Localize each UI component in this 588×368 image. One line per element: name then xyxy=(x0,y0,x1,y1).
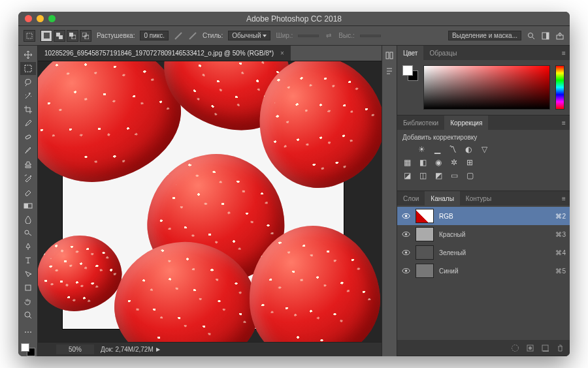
color-swatches[interactable] xyxy=(21,343,35,356)
gradient-map-icon[interactable]: ▭ xyxy=(449,171,459,180)
eyedropper-tool[interactable] xyxy=(20,117,36,130)
selective-color-icon[interactable]: ▢ xyxy=(465,171,474,180)
close-document-icon[interactable]: × xyxy=(280,50,284,57)
feather-input[interactable]: 0 пикс. xyxy=(140,31,169,40)
lasso-tool[interactable] xyxy=(20,76,36,89)
tab-libraries[interactable]: Библиотеки xyxy=(397,115,444,130)
posterize-icon[interactable]: ◫ xyxy=(418,171,427,180)
svg-point-31 xyxy=(529,346,532,350)
canvas-viewport[interactable] xyxy=(38,61,382,342)
vibrance-icon[interactable]: ▽ xyxy=(480,145,489,154)
hue-strip[interactable] xyxy=(555,65,564,110)
subtract-selection-icon[interactable] xyxy=(67,30,78,42)
canvas[interactable] xyxy=(63,76,344,329)
brightness-icon[interactable]: ☀ xyxy=(417,145,426,154)
edit-toolbar-icon[interactable]: ⋯ xyxy=(20,326,36,339)
style-label: Стиль: xyxy=(203,32,223,39)
panel-menu-icon[interactable]: ≡ xyxy=(558,46,570,60)
color-picker[interactable] xyxy=(423,65,550,110)
collapsed-panel-icon[interactable] xyxy=(384,50,395,61)
workspace-icon[interactable] xyxy=(541,31,550,40)
hue-icon[interactable]: ▦ xyxy=(402,158,412,167)
pen-tool[interactable] xyxy=(20,240,36,253)
channel-row[interactable]: RGB⌘2 xyxy=(397,207,570,225)
options-bar: Растушевка: 0 пикс. Стиль: Обычный Шир.:… xyxy=(18,26,570,46)
stamp-tool[interactable] xyxy=(20,158,36,171)
svg-point-28 xyxy=(404,269,407,272)
style-select[interactable]: Обычный xyxy=(228,31,270,40)
channel-shortcut: ⌘4 xyxy=(555,249,566,256)
color-lookup-icon[interactable]: ⊞ xyxy=(465,158,474,167)
visibility-icon[interactable] xyxy=(401,230,410,239)
collapsed-panel-icon[interactable] xyxy=(384,65,395,77)
height-input xyxy=(360,35,381,37)
channel-row[interactable]: Зеленый⌘4 xyxy=(397,243,570,262)
save-selection-icon[interactable] xyxy=(526,344,534,352)
curves-icon[interactable]: 〽 xyxy=(448,145,457,154)
antialias-icon[interactable] xyxy=(174,31,183,40)
panel-menu-icon[interactable]: ≡ xyxy=(558,191,570,206)
blur-tool[interactable] xyxy=(20,213,36,226)
load-selection-icon[interactable] xyxy=(511,344,519,352)
gradient-tool[interactable] xyxy=(20,199,36,212)
visibility-icon[interactable] xyxy=(401,248,410,257)
antialias-icon-2[interactable] xyxy=(188,31,197,40)
move-tool[interactable] xyxy=(20,48,36,61)
status-bar: 50% Док: 2,74M/2,72M ▶ xyxy=(38,342,382,356)
zoom-tool[interactable] xyxy=(20,309,36,322)
tab-adjustments[interactable]: Коррекция xyxy=(444,115,488,130)
tab-channels[interactable]: Каналы xyxy=(425,191,460,206)
new-channel-icon[interactable] xyxy=(541,344,549,352)
share-icon[interactable] xyxy=(555,31,564,40)
channel-name: Синий xyxy=(439,268,550,275)
tab-swatches[interactable]: Образцы xyxy=(423,46,463,60)
channel-name: RGB xyxy=(439,213,550,220)
dodge-tool[interactable] xyxy=(20,226,36,239)
visibility-icon[interactable] xyxy=(401,266,410,275)
status-menu-icon[interactable]: ▶ xyxy=(156,346,160,352)
marquee-tool[interactable] xyxy=(20,62,36,75)
levels-icon[interactable]: ▁ xyxy=(433,145,442,154)
search-icon[interactable] xyxy=(527,31,536,40)
zoom-field[interactable]: 50% xyxy=(56,345,94,354)
delete-channel-icon[interactable] xyxy=(556,344,564,352)
channel-mixer-icon[interactable]: ✲ xyxy=(449,158,459,167)
channel-row[interactable]: Красный⌘3 xyxy=(397,225,570,243)
document-tab[interactable]: 10285296_695458757191846_197072780914653… xyxy=(38,46,291,61)
hand-tool[interactable] xyxy=(20,295,36,308)
select-and-mask-button[interactable]: Выделение и маска... xyxy=(448,31,521,40)
intersect-selection-icon[interactable] xyxy=(80,30,91,42)
channel-thumb xyxy=(416,209,434,223)
photo-filter-icon[interactable]: ◉ xyxy=(434,158,443,167)
tab-layers[interactable]: Слои xyxy=(397,191,425,206)
brush-tool[interactable] xyxy=(20,144,36,157)
document-tabs: 10285296_695458757191846_197072780914653… xyxy=(38,46,382,61)
visibility-icon[interactable] xyxy=(401,211,410,221)
shape-tool[interactable] xyxy=(20,281,36,294)
history-brush-tool[interactable] xyxy=(20,172,36,185)
svg-point-8 xyxy=(529,33,533,37)
channel-shortcut: ⌘5 xyxy=(555,268,566,275)
exposure-icon[interactable]: ◐ xyxy=(464,145,473,154)
path-tool[interactable] xyxy=(20,268,36,281)
eraser-tool[interactable] xyxy=(20,185,36,198)
channel-row[interactable]: Синий⌘5 xyxy=(397,262,570,280)
crop-tool[interactable] xyxy=(20,103,36,116)
tool-preset-picker[interactable] xyxy=(24,30,35,42)
swap-wh-icon: ⇄ xyxy=(324,31,333,40)
svg-point-26 xyxy=(404,251,407,254)
new-selection-icon[interactable] xyxy=(41,30,52,42)
svg-point-29 xyxy=(512,345,519,351)
bw-icon[interactable]: ◧ xyxy=(418,158,427,167)
heal-tool[interactable] xyxy=(20,130,36,144)
tab-paths[interactable]: Контуры xyxy=(460,191,497,206)
panel-menu-icon[interactable]: ≡ xyxy=(558,115,570,130)
invert-icon[interactable]: ◪ xyxy=(402,171,412,180)
wand-tool[interactable] xyxy=(20,89,36,102)
tab-color[interactable]: Цвет xyxy=(397,46,423,60)
svg-rect-6 xyxy=(82,33,86,37)
add-selection-icon[interactable] xyxy=(54,30,65,42)
type-tool[interactable] xyxy=(20,254,36,267)
threshold-icon[interactable]: ◩ xyxy=(434,171,443,180)
panel-color-swatches[interactable] xyxy=(402,65,418,81)
